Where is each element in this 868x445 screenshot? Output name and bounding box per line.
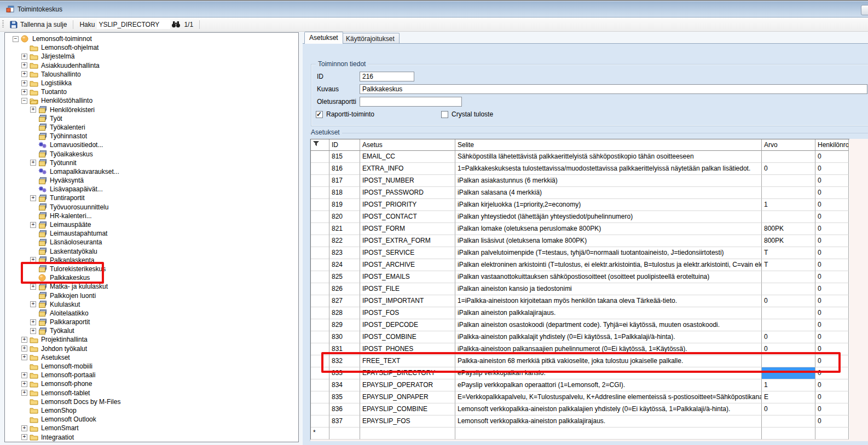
tree-expander[interactable]: +: [21, 372, 27, 378]
tree-item[interactable]: +Henkilörekisteri: [5, 106, 298, 114]
tree-expander[interactable]: +: [21, 390, 27, 396]
row-header-cell[interactable]: [311, 187, 329, 199]
row-header-cell[interactable]: [311, 151, 329, 163]
row-header-cell[interactable]: [311, 247, 329, 259]
arvo-cell[interactable]: 1: [762, 199, 815, 211]
id-cell[interactable]: 833: [329, 367, 360, 379]
selite-cell[interactable]: Lemonsoft verkkopalkka-aineiston palkkal…: [455, 415, 762, 428]
row-header-cell[interactable]: [311, 343, 329, 355]
selite-cell[interactable]: iPalkan aineiston osastokoodi (departmen…: [455, 319, 762, 331]
tree-expander[interactable]: +: [21, 54, 27, 60]
arvo-cell[interactable]: [762, 175, 815, 187]
id-cell[interactable]: 824: [329, 259, 360, 271]
tree-expander[interactable]: +: [30, 257, 36, 263]
asetus-cell[interactable]: IPOST_FILE: [360, 283, 455, 295]
id-cell[interactable]: 826: [329, 283, 360, 295]
arvo-cell[interactable]: [762, 428, 815, 440]
henkilonro-cell[interactable]: 0: [815, 415, 849, 428]
tree-item[interactable]: Lisävapaapäivät...: [5, 185, 298, 194]
id-cell[interactable]: 831: [329, 343, 360, 355]
asetus-cell[interactable]: EPAYSLIP_DIRECTORY: [360, 367, 455, 379]
henkilonro-cell[interactable]: 0: [815, 367, 849, 379]
tree-item[interactable]: +Logistiikka: [5, 79, 298, 87]
id-cell[interactable]: 821: [329, 223, 360, 235]
tree-item[interactable]: +Työkalut: [5, 326, 298, 335]
selite-cell[interactable]: iPalkan salasana (4 merkkiä): [455, 187, 762, 199]
id-cell[interactable]: 819: [329, 199, 360, 211]
tree-expander[interactable]: +: [30, 160, 36, 166]
tree-item[interactable]: HR-kalenteri...: [5, 212, 298, 220]
row-header-cell[interactable]: [311, 271, 329, 283]
selite-cell[interactable]: E=Verkkopalkkapalvelu, K=Tulostuspalvelu…: [455, 391, 762, 403]
id-cell[interactable]: 825: [329, 271, 360, 283]
row-header-cell[interactable]: [311, 307, 329, 319]
id-cell[interactable]: 836: [329, 403, 360, 415]
asetus-cell[interactable]: IPOST_ARCHIVE: [360, 259, 455, 271]
asetus-cell[interactable]: IPOST_PASSWORD: [360, 187, 455, 199]
arvo-cell[interactable]: [762, 187, 815, 199]
search-input[interactable]: YSLIP_DIRECTORY: [97, 20, 170, 29]
arvo-cell[interactable]: [762, 355, 815, 367]
henkilonro-cell[interactable]: 0: [815, 403, 849, 415]
henkilonro-cell[interactable]: 0: [815, 211, 849, 223]
id-cell[interactable]: 828: [329, 307, 360, 319]
tree-item[interactable]: +Projektinhallinta: [5, 335, 298, 344]
arvo-cell[interactable]: 0: [762, 403, 815, 415]
row-header-cell[interactable]: [311, 235, 329, 247]
tree-item[interactable]: +Taloushallinto: [5, 70, 298, 79]
id-cell[interactable]: 829: [329, 319, 360, 331]
tree-item[interactable]: −Henkilöstöhallinto: [5, 96, 298, 105]
tree-expander[interactable]: +: [30, 222, 36, 228]
tree-item[interactable]: Lemonsoft Outlook: [5, 415, 298, 424]
row-header-cell[interactable]: [311, 259, 329, 271]
asetus-cell[interactable]: IPOST_PHONES: [360, 343, 455, 355]
selite-cell[interactable]: iPalkan aineiston kansio ja tiedostonimi: [455, 283, 762, 295]
arvo-cell[interactable]: [762, 415, 815, 428]
asetus-cell[interactable]: IPOST_COMBINE: [360, 331, 455, 343]
arvo-cell[interactable]: [762, 151, 815, 163]
row-header-cell[interactable]: [311, 163, 329, 175]
asetus-cell[interactable]: EXTRA_INFO: [360, 163, 455, 175]
filter-funnel-icon[interactable]: [311, 139, 329, 151]
selite-cell[interactable]: Palkka-aineiston 68 merkkiä pitkä vakios…: [455, 355, 762, 367]
tree-item[interactable]: +Integraatiot: [5, 432, 298, 441]
henkilonro-cell[interactable]: 0: [815, 259, 849, 271]
tree-item[interactable]: +Asiakkuudenhallinta: [5, 61, 298, 70]
henkilonro-cell[interactable]: 0: [815, 355, 849, 367]
id-cell[interactable]: 827: [329, 295, 360, 307]
arvo-cell[interactable]: 1: [762, 379, 815, 391]
arvo-cell[interactable]: [762, 211, 815, 223]
tree-item[interactable]: Hyväksyntä: [5, 176, 298, 185]
henkilonro-cell[interactable]: 0: [815, 331, 849, 343]
tree-item[interactable]: +Lemonsoft-portaali: [5, 371, 298, 379]
id-cell[interactable]: 830: [329, 331, 360, 343]
tree-item[interactable]: +Palkanlaskenta: [5, 256, 298, 265]
tree-item[interactable]: +Työtunnit: [5, 159, 298, 167]
selite-cell[interactable]: iPalkan aineiston palkkalajirajaus.: [455, 307, 762, 319]
asetus-cell[interactable]: [360, 428, 455, 440]
grid-column-header[interactable]: ID: [329, 139, 360, 151]
grid-column-header[interactable]: Asetus: [360, 139, 455, 151]
arvo-cell[interactable]: 0: [762, 331, 815, 343]
tree-item[interactable]: Palkkojen luonti: [5, 291, 298, 300]
asetus-cell[interactable]: EPAYSLIP_COMBINE: [360, 403, 455, 415]
arvo-cell[interactable]: [762, 307, 815, 319]
row-header-cell[interactable]: [311, 295, 329, 307]
id-cell[interactable]: 815: [329, 151, 360, 163]
asetus-cell[interactable]: IPOST_FORM: [360, 223, 455, 235]
arvo-cell[interactable]: [762, 283, 815, 295]
henkilonro-cell[interactable]: 0: [815, 295, 849, 307]
tree-item-selected[interactable]: Palkkakeskus: [5, 273, 298, 282]
tree-item[interactable]: +Asetukset: [5, 353, 298, 362]
asetus-cell[interactable]: IPOST_SERVICE: [360, 247, 455, 259]
tree-item[interactable]: +Palkkaraportit: [5, 318, 298, 326]
tree-item[interactable]: +Tuntiraportit: [5, 194, 298, 202]
row-header-cell[interactable]: [311, 175, 329, 187]
tree-item[interactable]: LemonShop: [5, 406, 298, 415]
arvo-cell[interactable]: 0: [762, 163, 815, 175]
tree-expander[interactable]: +: [21, 71, 27, 77]
save-and-close-button[interactable]: Tallenna ja sulje: [7, 20, 70, 30]
henkilonro-cell[interactable]: [815, 428, 849, 440]
henkilonro-cell[interactable]: 0: [815, 283, 849, 295]
henkilonro-cell[interactable]: 0: [815, 307, 849, 319]
